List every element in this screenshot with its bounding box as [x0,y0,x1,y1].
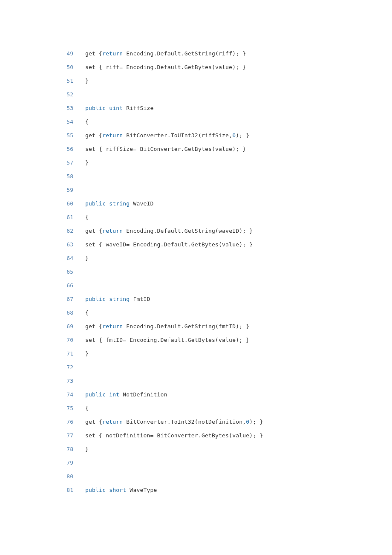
code-text: set { notDefinition= BitConverter.GetByt… [85,429,263,442]
code-line: 75{ [0,402,392,415]
line-number: 69 [0,320,85,333]
line-number: 75 [0,402,85,415]
code-line: 78} [0,442,392,456]
code-text: public uint RiffSize [85,101,154,115]
line-number: 55 [0,129,85,142]
code-text: public short WaveType [85,483,157,497]
line-number: 57 [0,156,85,170]
code-line: 80 [0,470,392,483]
code-text: public int NotDefinition [85,388,167,402]
line-number: 80 [0,470,85,483]
line-number: 62 [0,224,85,238]
line-number: 56 [0,142,85,156]
line-number: 66 [0,279,85,292]
code-line: 57} [0,156,392,170]
code-text: } [85,347,89,361]
code-text: } [85,74,89,88]
code-line: 76get {return BitConverter.ToInt32(notDe… [0,415,392,429]
code-text: } [85,156,89,170]
code-line: 56set { riffSize= BitConverter.GetBytes(… [0,142,392,156]
code-line: 49get {return Encoding.Default.GetString… [0,47,392,61]
code-line: 59 [0,183,392,197]
code-line: 68{ [0,306,392,320]
code-line: 53public uint RiffSize [0,101,392,115]
line-number: 58 [0,170,85,183]
code-line: 79 [0,456,392,470]
code-line: 58 [0,170,392,183]
code-line: 67public string FmtID [0,292,392,306]
line-number: 49 [0,47,85,61]
code-line: 50set { riff= Encoding.Default.GetBytes(… [0,61,392,74]
line-number: 51 [0,74,85,88]
line-number: 73 [0,374,85,388]
code-line: 70set { fmtID= Encoding.Default.GetBytes… [0,333,392,347]
code-line: 61{ [0,211,392,224]
code-line: 77set { notDefinition= BitConverter.GetB… [0,429,392,442]
code-text: get {return Encoding.Default.GetString(f… [85,320,249,333]
code-text: get {return Encoding.Default.GetString(r… [85,47,246,61]
code-text: { [85,211,89,224]
line-number: 72 [0,361,85,374]
code-text: set { riff= Encoding.Default.GetBytes(va… [85,61,246,74]
code-line: 74public int NotDefinition [0,388,392,402]
line-number: 78 [0,442,85,456]
code-line: 55get {return BitConverter.ToUInt32(riff… [0,129,392,142]
code-text: get {return BitConverter.ToUInt32(riffSi… [85,129,249,142]
code-text: set { waveID= Encoding.Default.GetBytes(… [85,238,253,251]
code-line: 65 [0,265,392,279]
code-text: public string FmtID [85,292,150,306]
code-text: { [85,115,89,129]
line-number: 76 [0,415,85,429]
code-text: } [85,442,89,456]
line-number: 79 [0,456,85,470]
line-number: 81 [0,483,85,497]
code-text: set { riffSize= BitConverter.GetBytes(va… [85,142,246,156]
code-text: get {return Encoding.Default.GetString(w… [85,224,253,238]
code-line: 71} [0,347,392,361]
code-line: 73 [0,374,392,388]
code-block: 49get {return Encoding.Default.GetString… [0,47,392,497]
line-number: 54 [0,115,85,129]
code-line: 63set { waveID= Encoding.Default.GetByte… [0,238,392,251]
line-number: 63 [0,238,85,251]
code-line: 81public short WaveType [0,483,392,497]
line-number: 74 [0,388,85,402]
code-line: 62get {return Encoding.Default.GetString… [0,224,392,238]
code-page: 49get {return Encoding.Default.GetString… [0,0,392,548]
line-number: 50 [0,61,85,74]
line-number: 65 [0,265,85,279]
line-number: 77 [0,429,85,442]
line-number: 60 [0,197,85,211]
code-text: public string WaveID [85,197,154,211]
line-number: 71 [0,347,85,361]
code-text: set { fmtID= Encoding.Default.GetBytes(v… [85,333,249,347]
line-number: 52 [0,88,85,101]
code-line: 64} [0,251,392,265]
code-line: 51} [0,74,392,88]
code-line: 66 [0,279,392,292]
line-number: 67 [0,292,85,306]
line-number: 64 [0,251,85,265]
line-number: 68 [0,306,85,320]
code-text: { [85,402,89,415]
line-number: 53 [0,101,85,115]
code-line: 72 [0,361,392,374]
code-text: { [85,306,89,320]
code-line: 60public string WaveID [0,197,392,211]
line-number: 61 [0,211,85,224]
code-text: get {return BitConverter.ToInt32(notDefi… [85,415,263,429]
line-number: 70 [0,333,85,347]
code-line: 52 [0,88,392,101]
code-line: 69get {return Encoding.Default.GetString… [0,320,392,333]
line-number: 59 [0,183,85,197]
code-text: } [85,251,89,265]
code-line: 54{ [0,115,392,129]
